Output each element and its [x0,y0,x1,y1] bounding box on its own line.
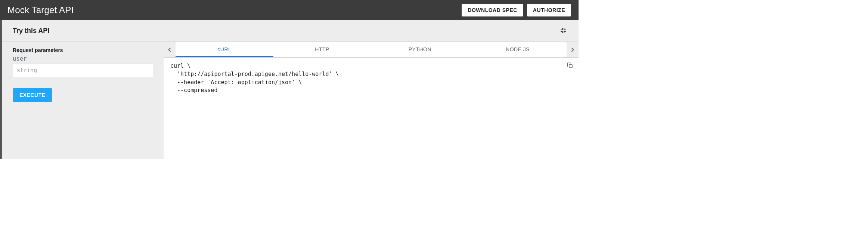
code-sample-column: cURL HTTP PYTHON NODE.JS [164,42,579,159]
tab-http[interactable]: HTTP [273,42,371,57]
tab-nodejs[interactable]: NODE.JS [469,42,567,57]
chevron-left-icon [166,46,173,54]
code-sample-text: curl \ 'http://apiportal-prod.apigee.net… [170,62,572,95]
header-bar: Mock Target API DOWNLOAD SPEC AUTHORIZE [0,0,579,20]
code-sample-area: curl \ 'http://apiportal-prod.apigee.net… [164,58,579,159]
param-input-user[interactable] [13,64,153,77]
page-title: Mock Target API [7,5,74,15]
tab-python[interactable]: PYTHON [371,42,469,57]
copy-icon [567,62,573,69]
collapse-icon [560,27,567,34]
chevron-right-icon [569,46,576,54]
tabs-scroll-right-button[interactable] [567,42,579,57]
panel-header: Try this API [2,20,579,42]
code-tabs-row: cURL HTTP PYTHON NODE.JS [164,42,579,58]
copy-code-button[interactable] [565,61,575,70]
authorize-button[interactable]: AUTHORIZE [527,4,571,16]
panel-body: Request parameters user EXECUTE cURL HTT… [2,42,579,159]
request-parameters-label: Request parameters [13,47,153,53]
param-name-user: user [13,55,153,62]
tabs-container: cURL HTTP PYTHON NODE.JS [176,42,567,57]
execute-button[interactable]: EXECUTE [13,88,52,102]
svg-rect-0 [569,65,572,68]
header-actions: DOWNLOAD SPEC AUTHORIZE [462,4,571,16]
panel-title: Try this API [13,27,49,35]
download-spec-button[interactable]: DOWNLOAD SPEC [462,4,523,16]
tabs-scroll-left-button[interactable] [164,42,176,57]
request-parameters-column: Request parameters user EXECUTE [2,42,164,159]
collapse-button[interactable] [558,26,568,36]
tab-curl[interactable]: cURL [176,42,273,57]
try-api-panel: Try this API Request parameters user EXE… [0,20,579,159]
